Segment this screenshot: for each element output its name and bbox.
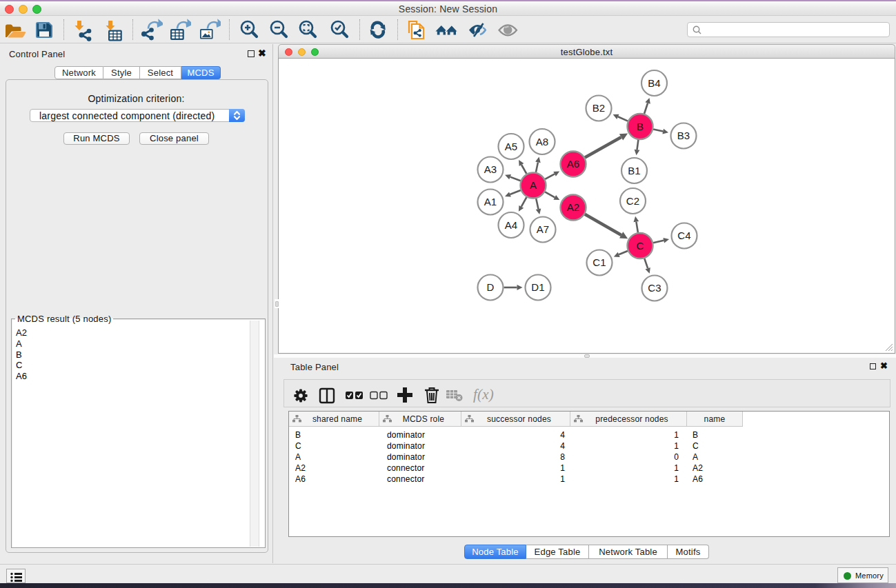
svg-text:A2: A2	[567, 201, 580, 213]
svg-text:A6: A6	[567, 158, 580, 170]
svg-text:C3: C3	[648, 282, 661, 294]
svg-text:A8: A8	[536, 136, 549, 148]
svg-text:C4: C4	[677, 230, 691, 241]
svg-text:A1: A1	[484, 196, 497, 207]
svg-text:B3: B3	[677, 130, 690, 141]
svg-text:A3: A3	[484, 163, 497, 175]
svg-text:D: D	[486, 281, 494, 293]
svg-text:A: A	[530, 179, 537, 191]
svg-text:C1: C1	[593, 256, 606, 268]
svg-text:B1: B1	[628, 165, 641, 176]
svg-text:B: B	[637, 121, 644, 132]
svg-text:C2: C2	[626, 195, 640, 207]
svg-text:A7: A7	[537, 223, 550, 235]
svg-text:A5: A5	[505, 141, 518, 152]
svg-text:A4: A4	[505, 219, 518, 231]
svg-text:B4: B4	[648, 77, 661, 89]
svg-text:D1: D1	[531, 281, 545, 293]
svg-text:B2: B2	[593, 102, 606, 114]
svg-text:C: C	[636, 240, 644, 252]
